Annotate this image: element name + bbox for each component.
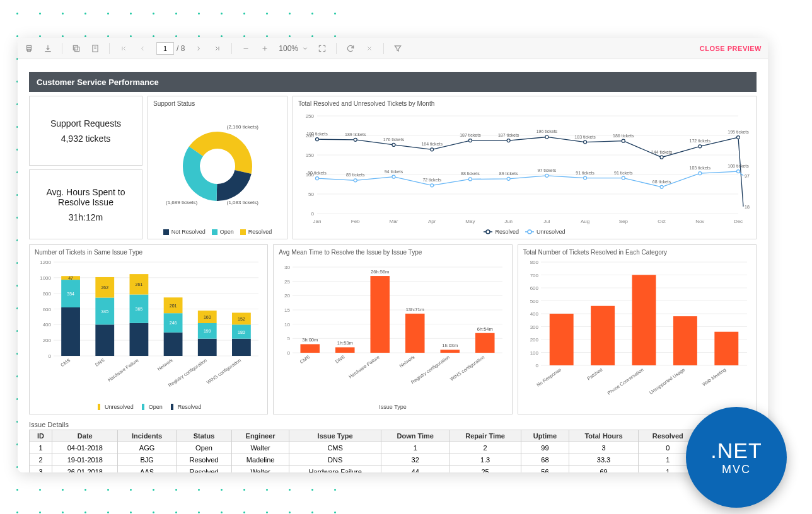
zoom-select[interactable]: 100% [279, 44, 308, 53]
svg-text:189 tickets: 189 tickets [345, 132, 366, 137]
svg-text:68 tickets: 68 tickets [652, 180, 671, 184]
svg-text:1000: 1000 [40, 275, 51, 281]
svg-rect-165 [441, 350, 460, 353]
svg-text:200: 200 [43, 338, 52, 343]
svg-point-59 [354, 179, 357, 182]
svg-text:600: 600 [530, 285, 538, 291]
svg-text:Patched: Patched [586, 367, 603, 381]
page-setup-icon[interactable] [90, 43, 100, 54]
svg-text:164 tickets: 164 tickets [421, 142, 443, 146]
svg-rect-106 [95, 324, 114, 356]
table-header: Engineer [232, 430, 289, 442]
svg-point-52 [699, 145, 702, 148]
legend-unresolved: Unresolved [536, 229, 566, 235]
last-page-icon[interactable] [212, 43, 223, 54]
svg-text:90 tickets: 90 tickets [308, 171, 327, 175]
table-header: Total Hours [569, 430, 638, 442]
svg-text:300: 300 [530, 324, 538, 330]
legend-not-resolved: Not Resolved [171, 229, 206, 235]
report-title-bar: Customer Service Performance [29, 72, 757, 92]
svg-text:Sep: Sep [619, 219, 629, 224]
svg-point-38 [431, 148, 434, 151]
svg-text:700: 700 [530, 273, 538, 278]
svg-point-69 [545, 174, 548, 177]
print-icon[interactable] [24, 43, 34, 54]
prev-page-icon[interactable] [137, 43, 148, 54]
svg-rect-118 [164, 333, 183, 356]
svg-text:195 tickets: 195 tickets [728, 130, 749, 134]
svg-text:Hardware Failure: Hardware Failure [107, 357, 139, 382]
stop-icon[interactable] [364, 43, 374, 54]
svg-text:800: 800 [530, 260, 538, 265]
svg-text:199: 199 [204, 329, 211, 333]
svg-text:No Response: No Response [535, 367, 562, 387]
svg-text:72 tickets: 72 tickets [422, 178, 441, 182]
svg-rect-159 [371, 276, 390, 353]
svg-text:88 tickets: 88 tickets [461, 171, 480, 176]
table-header: Repair Time [450, 430, 521, 442]
svg-text:160: 160 [204, 315, 211, 319]
chart-avg-time: Avg Mean Time to Resolve the Issue by Is… [273, 244, 512, 414]
svg-rect-189 [549, 314, 573, 365]
chart-support-status: Support Status (2,160 tickets)(1,083 tic… [148, 96, 287, 239]
separator [62, 43, 62, 54]
separator [383, 43, 384, 54]
zoom-out-icon[interactable] [241, 43, 251, 54]
svg-rect-195 [673, 316, 697, 365]
donut-legend: Not Resolved Open Resolved [153, 229, 282, 235]
svg-text:47: 47 [68, 276, 73, 280]
svg-rect-2 [75, 47, 79, 51]
legend-open: Open [149, 404, 163, 410]
separator [231, 43, 232, 54]
svg-rect-193 [632, 275, 656, 366]
copy-icon[interactable] [71, 43, 81, 54]
svg-text:Apr: Apr [428, 219, 436, 224]
svg-rect-137 [142, 404, 144, 410]
refresh-icon[interactable] [345, 43, 356, 54]
svg-text:262: 262 [101, 285, 108, 290]
svg-text:(2,160 tickets): (2,160 tickets) [227, 124, 259, 130]
svg-text:5: 5 [287, 336, 291, 341]
kpi-avg-hours: Avg. Hours Spent to Resolve Issue 31h:12… [29, 169, 142, 239]
svg-rect-162 [405, 314, 425, 353]
close-preview-button[interactable]: CLOSE PREVIEW [700, 45, 762, 52]
svg-point-42 [507, 139, 510, 142]
fit-page-icon[interactable] [317, 43, 327, 54]
svg-text:91 tickets: 91 tickets [576, 171, 594, 175]
table-row: 326-01-2018AASResolvedWalterHardware Fai… [30, 466, 757, 473]
svg-text:345: 345 [101, 309, 108, 314]
chart-title: Avg Mean Time to Resolve the Issue by Is… [279, 249, 506, 256]
svg-point-32 [316, 138, 319, 141]
svg-text:15: 15 [284, 307, 290, 313]
page-input[interactable] [156, 42, 174, 55]
svg-text:Nov: Nov [695, 219, 704, 224]
svg-text:Mar: Mar [390, 219, 398, 224]
chart-title: Total Resolved and Unresolved Tickets by… [298, 100, 751, 107]
filter-icon[interactable] [393, 43, 403, 54]
svg-text:Network: Network [156, 357, 174, 372]
zoom-in-icon[interactable] [260, 43, 270, 54]
svg-point-73 [622, 176, 625, 180]
svg-text:1h:03m: 1h:03m [443, 343, 458, 348]
svg-text:Jan: Jan [313, 219, 322, 224]
legend-resolved: Resolved [495, 229, 519, 235]
next-page-icon[interactable] [194, 43, 204, 54]
svg-text:500: 500 [530, 299, 538, 304]
kpi-title-l1: Avg. Hours Spent to [46, 187, 125, 197]
report-toolbar: / 8 100% CLOSE PREVIEW [18, 38, 768, 59]
export-icon[interactable] [43, 43, 53, 54]
svg-text:144 tickets: 144 tickets [651, 150, 673, 154]
first-page-icon[interactable] [119, 43, 129, 54]
kpi-title-l2: Resolve Issue [46, 197, 125, 207]
svg-point-79 [737, 170, 740, 173]
svg-text:DNS: DNS [94, 357, 105, 367]
table-header: Down Time [381, 430, 450, 442]
svg-point-67 [507, 177, 510, 180]
svg-rect-153 [301, 344, 320, 353]
legend-open: Open [220, 229, 234, 235]
svg-text:Jul: Jul [543, 219, 550, 224]
svg-text:91 tickets: 91 tickets [614, 171, 633, 175]
badge-big: .NET [710, 438, 762, 463]
svg-text:20: 20 [284, 293, 290, 299]
svg-text:103 tickets: 103 tickets [690, 166, 711, 170]
